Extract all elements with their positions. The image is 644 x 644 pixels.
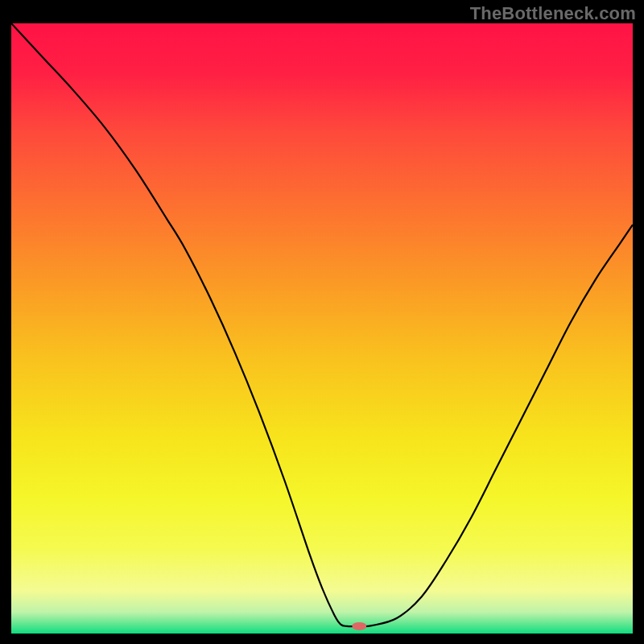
plot-background xyxy=(11,23,633,634)
watermark-text: TheBottleneck.com xyxy=(470,3,636,24)
bottleneck-chart xyxy=(11,23,633,634)
chart-frame: TheBottleneck.com xyxy=(0,0,644,644)
optimal-point-marker xyxy=(352,622,366,630)
